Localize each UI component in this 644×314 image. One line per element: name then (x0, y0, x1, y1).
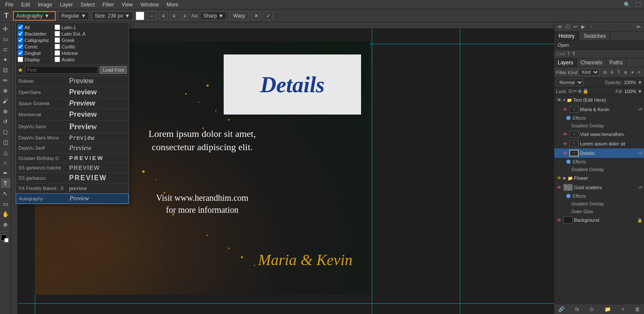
lock-all-icon[interactable]: 🔒 (583, 88, 589, 94)
channels-tab[interactable]: Channels (577, 58, 606, 67)
dodge-tool[interactable]: ○ (1, 158, 10, 167)
sub-gradient-gold[interactable]: Gradient Overlay (554, 200, 644, 208)
filter-arabic[interactable]: Arabic (55, 57, 85, 62)
blend-mode-select[interactable]: Normal (556, 78, 583, 86)
filter-latin-ext-a[interactable]: Latin Ext. A (55, 31, 85, 36)
layer-visibility-bg[interactable]: 👁 (556, 217, 562, 223)
filter-icon-5[interactable]: ✦ (629, 69, 635, 75)
maria-kevin-text[interactable]: Maria & Kevin (258, 251, 352, 269)
layer-lorem-ipsum[interactable]: 👁 T Lorem ipsum dolor sit (554, 139, 644, 148)
layer-mask-icon[interactable]: ⊙ (588, 306, 595, 312)
layer-text-edit-here[interactable]: 👁 ▾ 📁 Text (Edit Here) (554, 95, 644, 105)
font-item-dejavusmono[interactable]: DejaVu Sans Mono Preview (16, 133, 129, 143)
layer-gold-scatters[interactable]: 👁 Gold scatters off (554, 183, 644, 192)
sub-effects-gold[interactable]: Effects (554, 192, 644, 200)
menu-file[interactable]: File (2, 1, 17, 9)
menu-image[interactable]: Image (34, 1, 55, 9)
align-left-btn[interactable]: ≡ (159, 12, 167, 20)
zoom-tool[interactable]: ⊕ (1, 220, 10, 229)
antialiasing-selector[interactable]: Sharp ▼ (200, 12, 226, 20)
hand-tool[interactable]: ✋ (1, 209, 10, 219)
layer-visibility-maria[interactable]: 👁 (562, 106, 568, 112)
filter-all[interactable]: All (18, 24, 49, 30)
menu-view[interactable]: View (118, 1, 136, 9)
layer-background[interactable]: 👁 Background 🔒 (554, 215, 644, 225)
font-search-input[interactable] (25, 66, 98, 74)
menu-edit[interactable]: Edit (18, 1, 33, 9)
font-selector[interactable]: Autography ▼ (13, 11, 56, 21)
load-font-button[interactable]: Load Font (100, 66, 127, 74)
font-item-ssgarbanzoh[interactable]: SS garbanzo hatche PREVIEW (16, 163, 129, 173)
font-item-dejavusans[interactable]: DejaVu Sans Preview (16, 121, 129, 133)
paragraph-icon[interactable]: ¶ (572, 51, 576, 57)
layer-expand-flower[interactable]: ▶ (563, 176, 566, 180)
sub-outer-glow-gold[interactable]: Outer Glow (554, 208, 644, 215)
paths-tab[interactable]: Paths (606, 58, 627, 67)
layer-visit-www[interactable]: 👁 T Visit www.herandhim. (554, 130, 644, 139)
details-text-box[interactable]: Details (224, 54, 361, 115)
layer-effects-icon[interactable]: fx (574, 306, 580, 312)
layer-visibility-flower[interactable]: 👁 (556, 175, 562, 181)
move-tool[interactable]: ✣ (1, 24, 10, 33)
lock-transparent-icon[interactable]: ⊡ (568, 88, 572, 94)
font-item-montserrat[interactable]: Montserrat Preview (16, 109, 129, 121)
kind-filter-select[interactable]: Kind (578, 69, 599, 76)
layer-visibility-toggle[interactable]: 👁 (556, 97, 562, 103)
sub-gradient-maria[interactable]: Gradient Overlay (554, 122, 644, 130)
eyedropper-tool[interactable]: ✏ (1, 75, 10, 85)
layer-details[interactable]: 👁 T Details off (554, 148, 644, 158)
crop-tool[interactable]: ⊡ (1, 65, 10, 75)
filter-icon-2[interactable]: A (609, 69, 615, 75)
text-color-swatch[interactable] (136, 12, 144, 20)
font-item-autography[interactable]: Autography Preview (16, 193, 129, 204)
font-item-octbday[interactable]: October Birthday S: PREVIEW (16, 154, 129, 163)
layer-visibility-gold[interactable]: 👁 (556, 184, 562, 190)
layers-tab[interactable]: Layers (554, 58, 577, 67)
lasso-tool[interactable]: ⊂ (1, 45, 10, 54)
filter-latin1[interactable]: Latin-1 (55, 24, 85, 30)
filter-hebrew[interactable]: Hebrew (55, 50, 85, 56)
layer-flower[interactable]: 👁 ▶ 📁 Flower (554, 173, 644, 183)
select-rect-tool[interactable]: ▭ (1, 34, 10, 44)
swatches-tab[interactable]: Swatches (579, 32, 611, 40)
sub-effects-details[interactable]: Effects (554, 158, 644, 166)
font-item-yxfresh[interactable]: YX Freshly Baked - S preview (16, 184, 129, 193)
text-tool-icon[interactable]: T (3, 11, 10, 21)
panel-collapse-icon[interactable]: ≪ (556, 23, 564, 31)
font-size-selector[interactable]: Size: 236 px ▼ (92, 12, 133, 20)
lorem-ipsum-text[interactable]: Lorem ipsum dolor sit amet, consectetur … (108, 127, 297, 154)
shape-tool[interactable]: ▭ (1, 199, 10, 208)
history-item-open[interactable]: Open (554, 41, 644, 49)
filter-greek[interactable]: Greek (55, 37, 85, 43)
star-icon[interactable]: ★ (18, 66, 23, 73)
layer-expand-arrow[interactable]: ▾ (563, 98, 565, 102)
link-layers-icon[interactable]: 🔗 (557, 306, 566, 312)
align-right-btn[interactable]: ≡ (181, 12, 189, 20)
confirm-text-btn[interactable]: ✓ (264, 12, 273, 20)
sub-effects-maria[interactable]: Effects (554, 114, 644, 122)
font-item-ssgarbanzo[interactable]: SS garbanzo PREVIEW (16, 173, 129, 184)
menu-more[interactable]: More (163, 1, 182, 9)
new-group-icon[interactable]: 📁 (603, 306, 612, 312)
magic-wand-tool[interactable]: ✦ (1, 55, 10, 64)
menu-filter[interactable]: Filter (99, 1, 118, 9)
menu-select[interactable]: Select (77, 1, 98, 9)
filter-icon-1[interactable]: ⊞ (602, 69, 608, 75)
filter-calligraphic[interactable]: Calligraphic (18, 37, 49, 43)
layer-visibility-details[interactable]: 👁 (562, 150, 568, 156)
brush-tool[interactable]: 🖌 (1, 96, 10, 106)
eraser-tool[interactable]: ◻ (1, 127, 10, 136)
menu-window[interactable]: Window (137, 1, 162, 9)
font-item-dejavuserif[interactable]: DejaVu Serif Preview (16, 143, 129, 154)
fullscreen-icon[interactable]: ⛶ (634, 1, 642, 9)
layer-maria-kevin[interactable]: 👁 T Maria & Kevin off (554, 105, 644, 114)
cancel-text-btn[interactable]: ✕ (252, 12, 261, 20)
foreground-color[interactable] (0, 234, 9, 243)
path-select-tool[interactable]: ↖ (1, 189, 10, 198)
panel-more-icon[interactable]: ⋮ (587, 23, 595, 31)
filter-icon-6[interactable]: ≡ (636, 69, 642, 75)
filter-icon-4[interactable]: ⊕ (623, 69, 629, 75)
gradient-tool[interactable]: ◫ (1, 137, 10, 147)
history-tab[interactable]: History (554, 32, 579, 40)
filter-comic[interactable]: Comic (18, 44, 49, 49)
